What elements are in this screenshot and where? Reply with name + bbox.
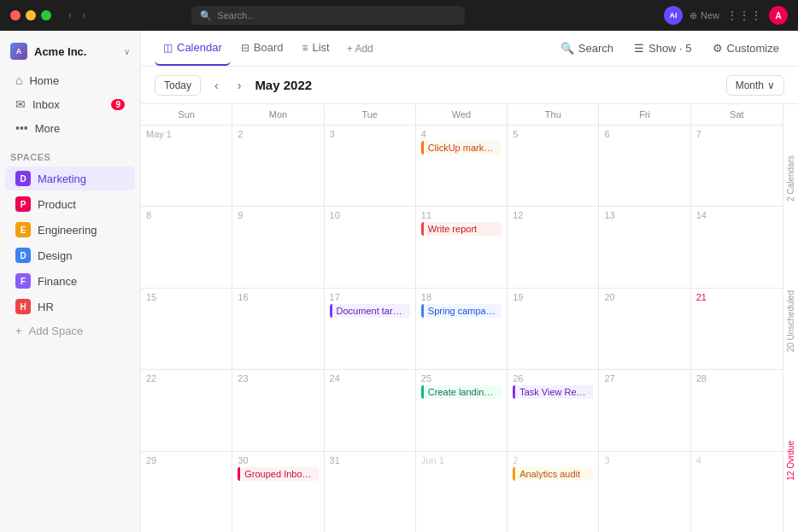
calendar-body: May 1 2 3 4 ClickUp marketing plan 5 6 7 bbox=[141, 126, 783, 532]
cal-day-may18[interactable]: 18 Spring campaign image assets bbox=[416, 289, 508, 369]
event-create-landing-page[interactable]: Create landing page bbox=[421, 385, 502, 399]
maximize-button[interactable] bbox=[41, 10, 51, 20]
customize-button[interactable]: ⚙ Customize bbox=[707, 38, 784, 58]
event-analytics-audit[interactable]: Analytics audit bbox=[513, 467, 593, 481]
tab-calendar[interactable]: ◫ Calendar bbox=[155, 31, 231, 66]
cal-day-may26[interactable]: 26 Task View Redesign bbox=[508, 370, 599, 450]
back-arrow[interactable]: ‹ bbox=[65, 8, 75, 23]
sidebar-item-home[interactable]: ⌂ Home bbox=[5, 69, 135, 91]
cal-day-may3[interactable]: 3 bbox=[325, 126, 416, 206]
today-button[interactable]: Today bbox=[155, 75, 201, 96]
cal-day-jun1[interactable]: Jun 1 bbox=[416, 452, 508, 532]
user-avatar[interactable]: A bbox=[769, 6, 788, 25]
day-number: 7 bbox=[696, 129, 777, 139]
cal-day-may4[interactable]: 4 ClickUp marketing plan bbox=[416, 126, 508, 206]
event-write-report[interactable]: Write report bbox=[421, 222, 502, 236]
tab-board[interactable]: ⊟ Board bbox=[232, 31, 292, 66]
event-spring-campaign[interactable]: Spring campaign image assets bbox=[421, 304, 502, 318]
sidebar-item-marketing[interactable]: D Marketing bbox=[5, 167, 135, 190]
prev-month-button[interactable]: ‹ bbox=[209, 77, 224, 94]
cal-day-may1[interactable]: May 1 bbox=[141, 126, 232, 206]
list-tab-icon: ≡ bbox=[302, 42, 308, 54]
forward-arrow[interactable]: › bbox=[79, 8, 89, 23]
cal-day-may23[interactable]: 23 bbox=[232, 370, 324, 450]
toolbar-right: 🔍 Search ☰ Show · 5 ⚙ Customize bbox=[555, 38, 784, 58]
cal-day-may27[interactable]: 27 bbox=[599, 370, 690, 450]
cal-day-may2[interactable]: 2 bbox=[232, 126, 324, 206]
space-label: Finance bbox=[38, 275, 77, 288]
global-search-bar[interactable]: 🔍 Search... bbox=[191, 6, 465, 25]
calendar-week-1: May 1 2 3 4 ClickUp marketing plan 5 6 7 bbox=[141, 126, 783, 207]
history-nav: ‹ › bbox=[65, 8, 89, 23]
cal-day-may28[interactable]: 28 bbox=[691, 370, 783, 450]
calendars-count-label[interactable]: 2 Calendars bbox=[786, 152, 795, 205]
cal-day-may15[interactable]: 15 bbox=[141, 289, 232, 369]
day-number: 20 bbox=[604, 292, 684, 302]
cal-day-may31[interactable]: 31 bbox=[325, 452, 416, 532]
event-clickup-marketing[interactable]: ClickUp marketing plan bbox=[421, 141, 502, 155]
sidebar-item-more[interactable]: ••• More bbox=[5, 117, 135, 139]
cal-day-may13[interactable]: 13 bbox=[599, 207, 690, 287]
day-number: 2 bbox=[513, 455, 593, 465]
cal-day-may9[interactable]: 9 bbox=[232, 207, 324, 287]
cal-day-may10[interactable]: 10 bbox=[325, 207, 416, 287]
cal-day-may30[interactable]: 30 Grouped Inbox Comments bbox=[232, 452, 324, 532]
day-number: 25 bbox=[421, 373, 502, 383]
cal-day-may29[interactable]: 29 bbox=[141, 452, 232, 532]
search-button[interactable]: 🔍 Search bbox=[555, 38, 619, 58]
cal-day-may5[interactable]: 5 bbox=[508, 126, 599, 206]
sidebar-item-label: More bbox=[35, 122, 61, 135]
sidebar: A Acme Inc. ∨ ⌂ Home ✉ Inbox 9 ••• More … bbox=[0, 31, 141, 532]
cal-day-may21[interactable]: 21 bbox=[691, 289, 783, 369]
calendar-tab-icon: ◫ bbox=[163, 42, 173, 54]
ai-button[interactable]: AI bbox=[664, 6, 683, 25]
sidebar-item-design[interactable]: D Design bbox=[5, 243, 135, 267]
sidebar-item-product[interactable]: P Product bbox=[5, 192, 135, 216]
sidebar-item-engineering[interactable]: E Engineering bbox=[5, 218, 135, 242]
event-grouped-inbox[interactable]: Grouped Inbox Comments bbox=[238, 467, 318, 481]
cal-day-may11[interactable]: 11 Write report bbox=[416, 207, 508, 287]
add-space-label: Add Space bbox=[29, 324, 84, 337]
minimize-button[interactable] bbox=[26, 10, 36, 20]
next-month-button[interactable]: › bbox=[232, 77, 247, 94]
cal-day-may17[interactable]: 17 Document target users bbox=[325, 289, 416, 369]
cal-day-jun4[interactable]: 4 bbox=[691, 452, 783, 532]
cal-day-may14[interactable]: 14 bbox=[691, 207, 783, 287]
workspace-header[interactable]: A Acme Inc. ∨ bbox=[0, 38, 140, 65]
sidebar-item-inbox[interactable]: ✉ Inbox 9 bbox=[5, 93, 135, 115]
grid-icon[interactable]: ⋮⋮⋮ bbox=[726, 9, 762, 22]
day-number: 23 bbox=[238, 373, 318, 383]
overdue-count-label[interactable]: 12 Ovrdue bbox=[786, 437, 795, 484]
cal-day-may22[interactable]: 22 bbox=[141, 370, 232, 450]
space-icon-finance: F bbox=[15, 273, 31, 289]
cal-day-may8[interactable]: 8 bbox=[141, 207, 232, 287]
event-task-view-redesign[interactable]: Task View Redesign bbox=[513, 385, 593, 399]
day-number: 26 bbox=[513, 373, 593, 383]
month-view-button[interactable]: Month ∨ bbox=[726, 75, 784, 96]
show-button[interactable]: ☰ Show · 5 bbox=[629, 38, 697, 58]
cal-day-may25[interactable]: 25 Create landing page bbox=[416, 370, 508, 450]
cal-day-jun3[interactable]: 3 bbox=[599, 452, 690, 532]
day-number: 6 bbox=[604, 129, 684, 139]
sidebar-item-finance[interactable]: F Finance bbox=[5, 269, 135, 293]
tab-list[interactable]: ≡ List bbox=[293, 31, 337, 66]
day-header-sun: Sun bbox=[141, 104, 232, 125]
board-tab-icon: ⊟ bbox=[241, 42, 249, 54]
cal-day-may7[interactable]: 7 bbox=[691, 126, 783, 206]
space-icon-hr: H bbox=[15, 299, 31, 314]
unscheduled-count-label[interactable]: 20 Unscheduled bbox=[786, 287, 795, 355]
cal-day-may6[interactable]: 6 bbox=[599, 126, 690, 206]
cal-day-may24[interactable]: 24 bbox=[325, 370, 416, 450]
cal-day-may19[interactable]: 19 bbox=[508, 289, 599, 369]
cal-day-may16[interactable]: 16 bbox=[232, 289, 324, 369]
new-button[interactable]: ⊕ New bbox=[689, 10, 719, 21]
add-view-button[interactable]: + Add bbox=[340, 39, 380, 58]
cal-day-may12[interactable]: 12 bbox=[508, 207, 599, 287]
day-number: 11 bbox=[421, 210, 502, 220]
close-button[interactable] bbox=[10, 10, 21, 20]
add-space-button[interactable]: + Add Space bbox=[5, 320, 135, 342]
cal-day-may20[interactable]: 20 bbox=[599, 289, 690, 369]
event-document-target-users[interactable]: Document target users bbox=[330, 304, 410, 318]
sidebar-item-hr[interactable]: H HR bbox=[5, 295, 135, 319]
cal-day-jun2[interactable]: 2 Analytics audit bbox=[508, 452, 599, 532]
